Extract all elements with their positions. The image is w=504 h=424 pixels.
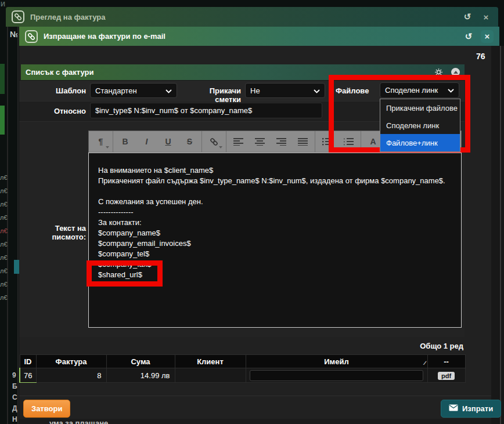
- history-icon[interactable]: ↺: [462, 30, 475, 43]
- editor-line: Прикаченият файл съдържа $inv_type_name$…: [98, 176, 452, 186]
- col-header-client[interactable]: Клиент: [175, 355, 246, 368]
- unordered-list-button[interactable]: [316, 131, 338, 152]
- ordered-list-button[interactable]: [338, 131, 359, 152]
- files-label: Файлове: [336, 86, 372, 95]
- attach-accounts-select[interactable]: Не: [245, 83, 325, 98]
- align-justify-button[interactable]: [292, 131, 314, 152]
- files-select[interactable]: Споделен линк: [380, 82, 459, 98]
- editor-line: $company_email_invoices$: [98, 238, 452, 249]
- resize-handle-icon[interactable]: ∕∕: [424, 360, 424, 366]
- chevron-down-icon: [314, 86, 320, 95]
- total-rows-label: Общо 1 ред: [348, 342, 463, 350]
- underline-button[interactable]: U: [157, 131, 179, 152]
- editor-line: За контакти:: [98, 218, 452, 228]
- subject-input[interactable]: $inv_type$ N:$inv_num$ от $company_name$: [90, 103, 322, 118]
- strikethrough-button[interactable]: S: [179, 131, 200, 152]
- invoices-table: ID Фактура Сума Клиент Имейл ∕∕ -- 76 8 …: [19, 354, 466, 383]
- editor-line: $company_tel$: [98, 249, 452, 259]
- close-icon[interactable]: ×: [480, 10, 492, 23]
- files-option-files-plus-link[interactable]: Файлове+линк: [380, 134, 460, 151]
- editor-line: С пожелания за успешен ден.: [98, 197, 452, 207]
- col-header-email[interactable]: Имейл ∕∕: [246, 355, 427, 368]
- send-button[interactable]: Изпрати: [441, 400, 501, 418]
- bg-fragment-top-left: И: [1, 1, 5, 8]
- link-icon: [25, 30, 38, 43]
- dialog-send-titlebar[interactable]: Изпращане на фактури по e-mail ↺ ×: [19, 27, 499, 46]
- bg-right-scroll-line[interactable]: [500, 46, 501, 424]
- paragraph-format-button[interactable]: ¶: [90, 131, 111, 152]
- bg-teal-block: [14, 260, 19, 274]
- bg-right-strip: [491, 46, 504, 424]
- bg-left-column: л€ л€ л€ л€ л€ л€ л€ л€ л€ л€: [0, 174, 8, 301]
- align-left-button[interactable]: [228, 131, 249, 152]
- col-header-invoice[interactable]: Фактура: [36, 355, 106, 368]
- cell-client: [175, 368, 246, 383]
- envelope-icon: [449, 404, 458, 413]
- body-label: Текст на писмото:: [21, 224, 86, 241]
- editor-line: [98, 186, 452, 197]
- cell-email: [246, 368, 427, 383]
- italic-button[interactable]: I: [136, 131, 157, 152]
- editor-line: $shared_url$: [98, 270, 452, 280]
- template-label: Шаблон: [23, 86, 86, 95]
- close-button[interactable]: Затвори: [23, 400, 70, 418]
- table-header-row: ID Фактура Сума Клиент Имейл ∕∕ --: [20, 355, 465, 368]
- gear-icon[interactable]: [434, 68, 443, 77]
- editor-line: $company_name$: [98, 228, 452, 238]
- row-number-indicator: 76: [476, 52, 485, 61]
- pdf-badge[interactable]: pdf: [438, 372, 455, 380]
- cell-id: 76: [20, 368, 36, 383]
- editor-line: --------------: [98, 207, 452, 218]
- files-option-shared-link[interactable]: Споделен линк: [380, 117, 460, 134]
- files-dropdown-list: Прикачени файлове Споделен линк Файлове+…: [380, 99, 460, 152]
- chevron-down-icon: [165, 86, 172, 95]
- history-icon[interactable]: ↺: [461, 10, 474, 23]
- screen: И № л€ л€ л€ л€ л€ л€ л€ л€ л€ л€ 9 Б С …: [0, 0, 504, 424]
- bg-fragment-bottom: ума за плащане: [49, 419, 108, 424]
- table-row: 76 8 14.99 лв pdf: [20, 368, 465, 383]
- link-icon: [12, 10, 24, 23]
- dialog-preview-title: Преглед на фактура: [30, 13, 106, 21]
- insert-link-button[interactable]: [203, 131, 225, 152]
- panel-invoice-list-header: Списък с фактури: [21, 64, 465, 80]
- align-center-button[interactable]: [249, 131, 271, 152]
- align-right-button[interactable]: [271, 131, 292, 152]
- cell-amount: 14.99 лв: [106, 368, 175, 383]
- close-icon[interactable]: ×: [481, 30, 494, 43]
- cell-actions: pdf: [427, 368, 465, 383]
- editor-content[interactable]: На вниманието на $client_name$ Прикачени…: [88, 153, 462, 328]
- col-header-actions[interactable]: --: [427, 355, 465, 368]
- col-header-id[interactable]: ID: [20, 355, 36, 368]
- footer-separator: [19, 396, 491, 396]
- editor-line: $company_fax$: [98, 259, 452, 270]
- dialog-send-title: Изпращане на фактури по e-mail: [44, 32, 165, 41]
- subject-label: Относно: [23, 107, 86, 115]
- bg-green-block: [0, 106, 5, 135]
- bg-divider: [17, 26, 19, 424]
- bg-green-block: [0, 64, 5, 94]
- chevron-down-icon: [448, 86, 454, 95]
- email-input[interactable]: [250, 370, 424, 381]
- col-header-amount[interactable]: Сума: [106, 355, 175, 368]
- bold-button[interactable]: B: [114, 131, 136, 152]
- bg-bottom-strip: ума за плащане: [19, 419, 491, 424]
- editor-line: На вниманието на $client_name$: [98, 165, 452, 176]
- dialog-preview-titlebar[interactable]: Преглед на фактура ↺ ×: [6, 7, 498, 27]
- panel-title: Списък с фактури: [26, 68, 434, 77]
- template-select[interactable]: Стандартен: [90, 83, 177, 98]
- attach-accounts-label: Прикачи сметки: [183, 86, 241, 104]
- files-option-attached[interactable]: Прикачени файлове: [380, 99, 460, 117]
- collapse-icon[interactable]: [451, 68, 460, 77]
- cell-invoice: 8: [36, 368, 106, 383]
